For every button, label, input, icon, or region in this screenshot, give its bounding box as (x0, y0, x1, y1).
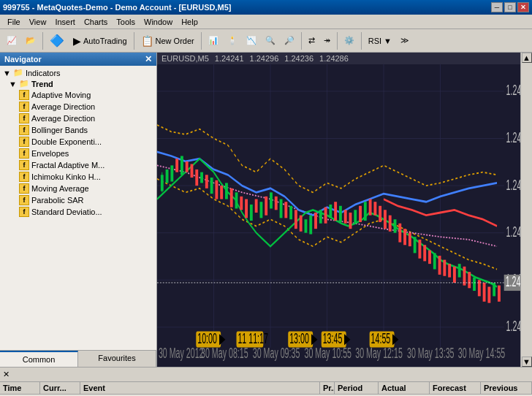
menu-tools[interactable]: Tools (112, 16, 140, 28)
tree-item-label: Ichimoku Kinko H... (31, 172, 101, 181)
svg-rect-85 (487, 287, 490, 303)
zoom-out-icon: 🔎 (284, 36, 294, 45)
nav-tab-favourites[interactable]: Favourites (78, 351, 156, 367)
svg-rect-40 (265, 197, 267, 216)
menu-insert[interactable]: Insert (50, 16, 80, 28)
svg-rect-29 (210, 178, 213, 194)
chart-ask: 1.24296 (250, 54, 279, 63)
tree-item-avgdir1[interactable]: f Average Direction (1, 101, 155, 113)
navigator-title: Navigator (4, 55, 42, 64)
svg-rect-63 (379, 206, 381, 222)
svg-rect-44 (284, 202, 287, 218)
svg-rect-79 (458, 264, 461, 277)
menu-window[interactable]: Window (140, 16, 177, 28)
svg-rect-86 (493, 283, 495, 296)
svg-text:1.24520: 1.24520 (506, 176, 520, 193)
svg-rect-26 (195, 170, 198, 186)
tree-item-bollinger[interactable]: f Bollinger Bands (1, 124, 155, 136)
menu-bar: File View Insert Charts Tools Window Hel… (0, 15, 532, 29)
indicator-icon-bollinger: f (19, 125, 29, 135)
scroll-up-btn[interactable]: ▲ (522, 53, 532, 63)
svg-rect-74 (433, 253, 436, 269)
tree-item-fractal[interactable]: f Fractal Adaptive M... (1, 159, 155, 171)
zoom-out-btn[interactable]: 🔎 (281, 31, 298, 50)
menu-help[interactable]: Help (177, 16, 202, 28)
open-btn[interactable]: 📂 (22, 31, 39, 50)
col-actual: Actual (379, 382, 430, 394)
tree-root-label: Indicators (26, 69, 61, 77)
indicator-icon-avgdir1: f (19, 102, 29, 112)
svg-rect-82 (473, 278, 476, 291)
svg-text:30 May 13:35: 30 May 13:35 (407, 345, 455, 361)
svg-rect-71 (418, 240, 421, 259)
tree-item-ichimoku[interactable]: f Ichimoku Kinko H... (1, 171, 155, 183)
svg-rect-69 (408, 233, 411, 246)
rsi-btn[interactable]: RSI ▼ (365, 31, 395, 50)
market-watch-btn[interactable]: 🔷 (46, 31, 68, 50)
nav-tab-common[interactable]: Common (0, 351, 78, 367)
navigator-tabs: Common Favourites (0, 350, 156, 367)
col-priority: Pr... (320, 382, 335, 394)
new-order-btn[interactable]: 📋 New Order (137, 31, 198, 50)
scroll-down-btn[interactable]: ▼ (522, 357, 532, 367)
tree-item-double-exp[interactable]: f Double Exponenti... (1, 136, 155, 148)
chart-canvas[interactable]: 1.24760 1.24640 1.24520 1.24400 1.24286 … (157, 64, 520, 361)
svg-text:13:00 ▶: 13:00 ▶ (289, 330, 317, 346)
properties-btn[interactable]: ⚙️ (341, 31, 358, 50)
minimize-btn[interactable]: ─ (491, 2, 503, 12)
close-btn[interactable]: ✕ (517, 2, 529, 12)
chart-type-line[interactable]: 📉 (243, 31, 260, 50)
auto-scroll-btn[interactable]: ↠ (320, 31, 334, 50)
tree-item-envelopes[interactable]: f Envelopes (1, 148, 155, 159)
tree-item-parabolic[interactable]: f Parabolic SAR (1, 194, 155, 206)
chart-type-candle[interactable]: 🕯️ (224, 31, 241, 50)
tree-item-avgdir2[interactable]: f Average Direction (1, 113, 155, 124)
zoom-in-btn[interactable]: 🔍 (262, 31, 279, 50)
new-chart-btn[interactable]: 📈 (3, 31, 20, 50)
svg-rect-57 (349, 213, 352, 229)
tree-item-adaptive[interactable]: f Adaptive Moving (1, 89, 155, 101)
svg-rect-30 (215, 180, 218, 199)
right-scrollbar[interactable]: ▲ ▼ (520, 53, 532, 367)
autotrading-btn[interactable]: ▶ AutoTrading (69, 31, 131, 50)
svg-rect-54 (334, 202, 337, 221)
tree-root-indicators[interactable]: ▼ 📁 Indicators (1, 67, 155, 78)
indicator-icon-parabolic: f (19, 195, 29, 205)
autotrading-icon: ▶ (73, 35, 81, 47)
svg-text:1.24286: 1.24286 (506, 273, 520, 290)
menu-view[interactable]: View (25, 16, 51, 28)
chart-area: EURUSD,M5 1.24241 1.24296 1.24236 1.2428… (157, 53, 520, 367)
separator-1 (42, 32, 43, 50)
chart-high: 1.24236 (284, 54, 314, 63)
svg-rect-47 (300, 216, 303, 232)
chart-svg: 1.24760 1.24640 1.24520 1.24400 1.24286 … (157, 64, 520, 361)
svg-rect-34 (235, 192, 238, 208)
navigator-close-btn[interactable]: ✕ (145, 54, 152, 64)
svg-rect-32 (225, 183, 228, 199)
svg-rect-84 (483, 283, 486, 302)
tree-folder-trend[interactable]: ▼ 📁 Trend (1, 78, 155, 89)
tree-item-label: Adaptive Moving (31, 91, 91, 99)
svg-rect-37 (250, 205, 253, 221)
title-bar: 999755 - MetaQuotes-Demo - Demo Account … (0, 0, 532, 15)
svg-rect-50 (314, 213, 317, 229)
menu-charts[interactable]: Charts (80, 16, 112, 28)
tree-item-std-dev[interactable]: f Standard Deviatio... (1, 206, 155, 218)
svg-rect-33 (230, 189, 233, 207)
indicator-icon-stddev: f (19, 207, 29, 217)
menu-file[interactable]: File (3, 16, 25, 28)
tree-item-label: Bollinger Bands (31, 126, 88, 134)
main-layout: Navigator ✕ ▼ 📁 Indicators ▼ 📁 Trend f A… (0, 53, 532, 367)
col-event: Event (80, 382, 320, 394)
chart-type-bar[interactable]: 📊 (205, 31, 222, 50)
open-icon: 📂 (26, 36, 36, 45)
navigator-tree: ▼ 📁 Indicators ▼ 📁 Trend f Adaptive Movi… (0, 66, 156, 350)
panel-close-btn[interactable]: ✕ (3, 370, 10, 379)
auto-scroll-icon: ↠ (324, 36, 330, 45)
tree-item-moving-avg[interactable]: f Moving Average (1, 183, 155, 194)
zoom-in-icon: 🔍 (265, 36, 276, 45)
svg-rect-72 (423, 245, 426, 261)
maximize-btn[interactable]: □ (504, 2, 516, 12)
scroll-btn[interactable]: ⇄ (305, 31, 319, 50)
indicator-extra-btn[interactable]: ≫ (397, 31, 413, 50)
